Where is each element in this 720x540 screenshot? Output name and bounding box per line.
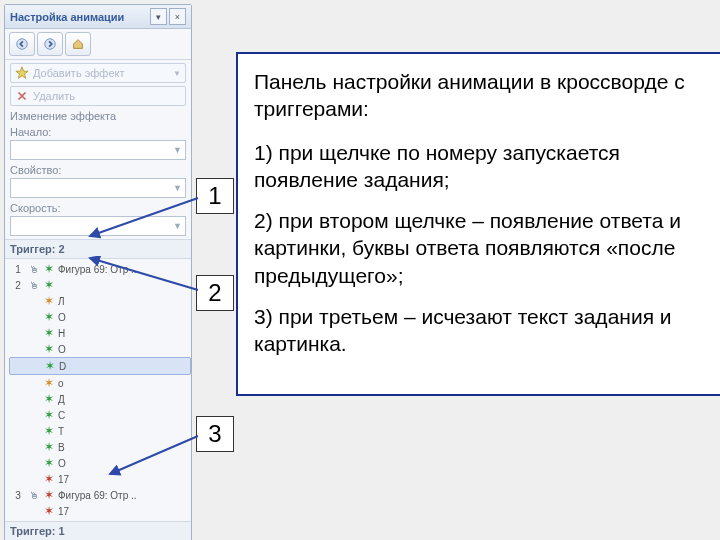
mouse-icon: [28, 425, 40, 437]
svg-point-0: [17, 39, 28, 50]
home-button[interactable]: [65, 32, 91, 56]
effect-icon: ✶: [43, 279, 55, 291]
animation-row[interactable]: ✶Д: [9, 391, 191, 407]
label-1: 1: [196, 178, 234, 214]
animation-row[interactable]: ✶О: [9, 341, 191, 357]
animation-row[interactable]: ✶D: [9, 357, 191, 375]
mouse-icon: 🖱: [28, 263, 40, 275]
animation-row[interactable]: ✶17: [9, 471, 191, 487]
shape-name: С: [58, 410, 65, 421]
label-2: 2: [196, 275, 234, 311]
mouse-icon: [29, 360, 41, 372]
svg-point-1: [45, 39, 56, 50]
animation-row[interactable]: 3🖱✶Фигура 69: Отр ..: [9, 487, 191, 503]
shape-name: Фигура 69: Отр ..: [58, 490, 137, 501]
animation-panel: Настройка анимации ▾ × Добавить эффект ▼…: [4, 4, 192, 540]
star-icon: [15, 66, 29, 80]
animation-row[interactable]: ✶Н: [9, 325, 191, 341]
effect-icon: ✶: [43, 393, 55, 405]
forward-icon: [43, 37, 57, 51]
animation-row[interactable]: ✶17: [9, 503, 191, 519]
change-effect-heading: Изменение эффекта: [10, 110, 186, 122]
shape-name: О: [58, 458, 66, 469]
chevron-down-icon: ▼: [173, 183, 182, 193]
trigger-group-2: Триггер: 2: [5, 239, 191, 259]
chevron-down-icon: ▼: [173, 145, 182, 155]
property-combo[interactable]: ▼: [10, 178, 186, 198]
add-effect-button[interactable]: Добавить эффект ▼: [10, 63, 186, 83]
row-number: 2: [11, 280, 25, 291]
chevron-down-icon: ▼: [173, 69, 181, 78]
mouse-icon: 🖱: [28, 489, 40, 501]
mouse-icon: [28, 295, 40, 307]
panel-title: Настройка анимации: [10, 11, 148, 23]
shape-name: Д: [58, 394, 65, 405]
home-icon: [71, 37, 85, 51]
speed-label: Скорость:: [10, 202, 186, 214]
animation-row[interactable]: ✶Т: [9, 423, 191, 439]
mouse-icon: [28, 409, 40, 421]
panel-toolbar: [5, 29, 191, 60]
animation-row[interactable]: ✶О: [9, 455, 191, 471]
animation-row[interactable]: 2🖱✶: [9, 277, 191, 293]
mouse-icon: [28, 457, 40, 469]
remove-label: Удалить: [33, 90, 75, 102]
effect-icon: ✶: [43, 473, 55, 485]
back-icon: [15, 37, 29, 51]
mouse-icon: [28, 505, 40, 517]
add-effect-label: Добавить эффект: [33, 67, 124, 79]
callout-item-2: 2) при втором щелчке – появление ответа …: [254, 207, 708, 289]
effect-icon: ✶: [43, 295, 55, 307]
shape-name: О: [58, 344, 66, 355]
chevron-down-icon: ▼: [173, 221, 182, 231]
mouse-icon: [28, 327, 40, 339]
mouse-icon: [28, 343, 40, 355]
forward-button[interactable]: [37, 32, 63, 56]
shape-name: О: [58, 312, 66, 323]
close-button[interactable]: ×: [169, 8, 186, 25]
animation-row[interactable]: ✶В: [9, 439, 191, 455]
shape-name: Т: [58, 426, 64, 437]
trigger-group-1: Триггер: 1: [5, 521, 191, 540]
animation-row[interactable]: ✶С: [9, 407, 191, 423]
explanation-callout: Панель настройки анимации в кроссворде с…: [236, 52, 720, 396]
callout-item-3: 3) при третьем – исчезают текст задания …: [254, 303, 708, 358]
effect-icon: ✶: [44, 360, 56, 372]
shape-name: 17: [58, 506, 69, 517]
effect-icon: ✶: [43, 263, 55, 275]
effect-icon: ✶: [43, 409, 55, 421]
shape-name: Л: [58, 296, 65, 307]
mouse-icon: [28, 393, 40, 405]
effect-icon: ✶: [43, 441, 55, 453]
animation-row[interactable]: ✶О: [9, 309, 191, 325]
effect-icon: ✶: [43, 457, 55, 469]
mouse-icon: [28, 311, 40, 323]
shape-name: о: [58, 378, 64, 389]
mouse-icon: [28, 473, 40, 485]
property-label: Свойство:: [10, 164, 186, 176]
effect-icon: ✶: [43, 505, 55, 517]
dropdown-button[interactable]: ▾: [150, 8, 167, 25]
animation-list: 1🖱✶Фигура 69: Отр ..2🖱✶✶Л✶О✶Н✶О✶D✶о✶Д✶С✶…: [5, 259, 191, 521]
back-button[interactable]: [9, 32, 35, 56]
animation-row[interactable]: ✶о: [9, 375, 191, 391]
row-number: 3: [11, 490, 25, 501]
effect-icon: ✶: [43, 377, 55, 389]
shape-name: 17: [58, 474, 69, 485]
effect-icon: ✶: [43, 489, 55, 501]
shape-name: В: [58, 442, 65, 453]
animation-row[interactable]: 1🖱✶Фигура 69: Отр ..: [9, 261, 191, 277]
animation-row[interactable]: ✶Л: [9, 293, 191, 309]
mouse-icon: [28, 441, 40, 453]
panel-header: Настройка анимации ▾ ×: [5, 5, 191, 29]
callout-item-1: 1) при щелчке по номеру запускается появ…: [254, 139, 708, 194]
effect-icon: ✶: [43, 343, 55, 355]
row-number: 1: [11, 264, 25, 275]
mouse-icon: [28, 377, 40, 389]
effect-icon: ✶: [43, 327, 55, 339]
start-combo[interactable]: ▼: [10, 140, 186, 160]
effect-icon: ✶: [43, 311, 55, 323]
remove-button[interactable]: Удалить: [10, 86, 186, 106]
label-3: 3: [196, 416, 234, 452]
speed-combo[interactable]: ▼: [10, 216, 186, 236]
